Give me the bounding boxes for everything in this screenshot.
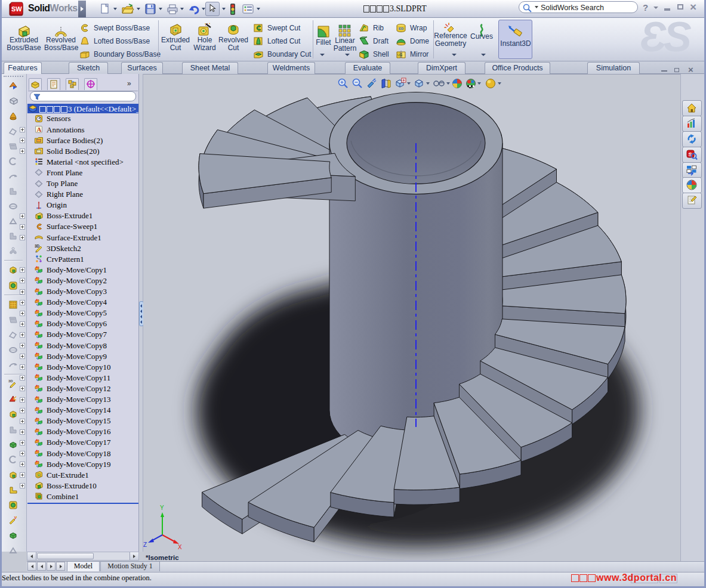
svg-text:ED: ED [399, 27, 404, 30]
svg-text:A: A [37, 126, 42, 133]
svg-text:3D: 3D [35, 244, 40, 248]
svg-text:X: X [178, 544, 182, 550]
svg-text:Y: Y [160, 505, 164, 511]
svg-text:UG: UG [397, 53, 402, 57]
svg-text:SW: SW [11, 5, 22, 13]
svg-text:Z: Z [143, 541, 147, 548]
svg-text:3D: 3D [8, 379, 13, 383]
